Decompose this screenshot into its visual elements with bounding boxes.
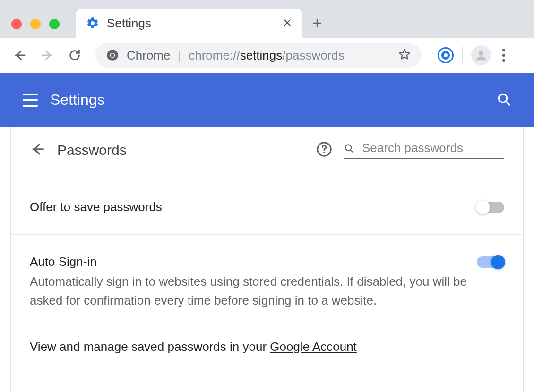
page-title: Passwords — [57, 142, 305, 158]
settings-app-bar: Settings — [0, 73, 534, 127]
profile-avatar[interactable] — [471, 45, 491, 65]
window-chrome: Settings Chrome — [0, 0, 534, 392]
omnibox-url: chrome://settings/passwords — [189, 48, 344, 63]
nav-back-button[interactable] — [9, 45, 30, 66]
url-suffix: /passwords — [282, 48, 345, 62]
svg-line-5 — [506, 101, 509, 104]
address-bar[interactable]: Chrome | chrome://settings/passwords — [95, 43, 422, 68]
window-controls — [11, 19, 60, 29]
row-auto-signin: Auto Sign-in Automatically sign in to we… — [11, 234, 523, 330]
browser-toolbar: Chrome | chrome://settings/passwords — [0, 38, 534, 73]
svg-point-3 — [479, 51, 483, 56]
google-account-link[interactable]: Google Account — [270, 340, 357, 354]
row-label: View and manage saved passwords in your … — [30, 340, 504, 354]
svg-line-9 — [351, 150, 353, 152]
settings-search-icon[interactable] — [496, 92, 511, 109]
tab-strip: Settings — [0, 0, 534, 38]
omnibox-divider: | — [178, 48, 181, 63]
row-offer-save: Offer to save passwords — [11, 167, 523, 234]
row-title: Auto Sign-in — [30, 255, 477, 269]
page-header: Passwords — [11, 127, 523, 167]
bookmark-star-icon[interactable] — [398, 48, 411, 63]
help-icon[interactable] — [316, 141, 332, 159]
password-search-input[interactable] — [362, 141, 504, 155]
row-manage-link: View and manage saved passwords in your … — [11, 330, 523, 374]
settings-content: Passwords Offer to save passwords Auto S… — [10, 127, 524, 392]
row-title: Offer to save passwords — [30, 200, 477, 214]
svg-point-2 — [111, 53, 114, 57]
nav-forward-button[interactable] — [37, 45, 58, 66]
tab-close-button[interactable] — [283, 16, 292, 31]
url-prefix: chrome:// — [189, 48, 240, 62]
toolbar-divider — [462, 47, 463, 63]
row-label: Auto Sign-in Automatically sign in to we… — [30, 255, 477, 310]
menu-icon[interactable] — [23, 94, 38, 107]
back-arrow-icon[interactable] — [30, 141, 46, 159]
toolbar-right — [438, 45, 508, 65]
offer-save-toggle[interactable] — [477, 202, 504, 213]
password-search[interactable] — [344, 141, 504, 159]
svg-point-7 — [323, 152, 325, 153]
window-minimize-button[interactable] — [30, 19, 41, 29]
row-label: Offer to save passwords — [30, 200, 477, 214]
browser-tab[interactable]: Settings — [76, 9, 302, 38]
chrome-icon — [106, 49, 119, 62]
nav-reload-button[interactable] — [64, 45, 85, 66]
window-close-button[interactable] — [11, 19, 22, 29]
manage-link-prefix: View and manage saved passwords in your — [30, 340, 270, 354]
overflow-menu-button[interactable] — [500, 46, 508, 65]
url-bold: settings — [240, 48, 283, 62]
row-description: Automatically sign in to websites using … — [30, 272, 477, 310]
gear-icon — [86, 17, 99, 30]
auto-signin-toggle[interactable] — [477, 256, 504, 268]
tab-title: Settings — [107, 16, 275, 31]
window-maximize-button[interactable] — [49, 19, 60, 29]
new-tab-button[interactable] — [302, 9, 332, 38]
extension-icon[interactable] — [438, 47, 454, 63]
search-icon — [344, 142, 354, 154]
settings-app-title: Settings — [50, 91, 496, 109]
omnibox-chip-label: Chrome — [127, 48, 170, 63]
